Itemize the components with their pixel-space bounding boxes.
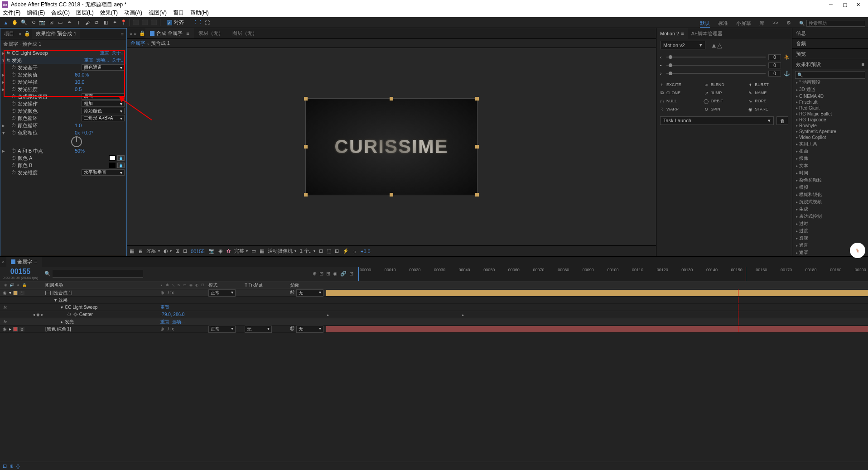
preset-category[interactable]: ▸扭曲 [795, 148, 865, 155]
status-icon[interactable]: ⊡ [3, 463, 7, 469]
layer-tab[interactable]: 图层（无） [228, 28, 262, 38]
reset-link[interactable]: 重置 [100, 50, 109, 56]
workspace-library[interactable]: 库 [759, 20, 764, 28]
lock-col-icon[interactable]: 🔒 [22, 283, 27, 288]
preset-category[interactable]: ▸表达式控制 [795, 213, 865, 220]
zoom-dropdown[interactable]: 25% [146, 249, 160, 254]
time-ruler[interactable]: 0000000010000200003000040000500006000070… [358, 267, 868, 281]
menu-edit[interactable]: 编辑(E) [27, 9, 45, 17]
layer-bar[interactable] [326, 290, 868, 296]
menu-effect[interactable]: 效果(T) [100, 9, 118, 17]
stopwatch-icon[interactable]: ⏱ [11, 123, 17, 128]
preset-search[interactable]: 🔍 [795, 71, 865, 79]
handle-bc[interactable] [390, 193, 393, 197]
color-loop-dropdown[interactable]: 三角形 A>B>A▾ [82, 115, 125, 121]
menu-layer[interactable]: 图层(L) [76, 9, 94, 17]
lock-icon[interactable]: 🔒 [24, 31, 30, 37]
bc-precomp[interactable]: 预合成 1 [151, 40, 170, 47]
world-axis-icon[interactable]: ⬛ [141, 19, 149, 27]
preset-category[interactable]: ▸透视 [795, 235, 865, 242]
timeline-search-input[interactable] [53, 270, 143, 278]
preset-category[interactable]: ▸过渡 [795, 227, 865, 235]
workspace-standard[interactable]: 标准 [718, 20, 728, 28]
handle-tr[interactable] [475, 97, 479, 101]
eye-icon[interactable]: ◉ [3, 326, 7, 331]
selection-tool-icon[interactable]: ▲ [2, 19, 10, 27]
warp-button[interactable]: ⌇WARP [659, 106, 701, 112]
panel-menu-icon[interactable]: ≡ [118, 31, 126, 37]
comp-tab[interactable]: 合成 金属字≡ [145, 28, 193, 38]
preset-category[interactable]: ▸模拟 [795, 184, 865, 191]
preset-category[interactable]: ▸RG Magic Bullet [795, 111, 865, 117]
tl-tool-icon[interactable]: ⊞ [326, 271, 330, 277]
audio-col-icon[interactable]: 🔊 [9, 283, 14, 288]
trkmat-dropdown[interactable]: 无▾ [245, 326, 272, 333]
handle-mr[interactable] [475, 145, 479, 149]
motion-preset-dropdown[interactable]: Motion v2▾ [660, 41, 705, 49]
preset-category[interactable]: ▸Red Giant [795, 105, 865, 111]
layer-row-2[interactable]: ◉▸2 [黑色 纯色 1] ⊕ / fx 正常▾ 无▾ @无▾ [0, 326, 868, 333]
handle-bl[interactable] [304, 193, 308, 197]
preset-category[interactable]: ▸Frischluft [795, 99, 865, 105]
motion-slider-mid[interactable]: •0 [660, 61, 788, 69]
canvas[interactable]: CURISSIME [305, 98, 477, 195]
fx-cc-light-sweep-header[interactable]: ▸ fx CC Light Sweep 重置 关于... [0, 49, 126, 57]
menu-composition[interactable]: 合成(C) [51, 9, 70, 17]
menu-view[interactable]: 视图(V) [149, 9, 167, 17]
footage-tab[interactable]: 素材（无） [194, 28, 228, 38]
stopwatch-icon[interactable]: ⏱ [11, 130, 17, 135]
workspace-settings-icon[interactable]: ⚙ [786, 20, 791, 28]
snapshot-icon[interactable]: 📷 [208, 248, 215, 254]
rect-tool-icon[interactable]: ▭ [56, 19, 64, 27]
3d-icon[interactable]: ⬚ [327, 248, 331, 254]
tl-tool-icon[interactable]: ⊡ [349, 271, 353, 277]
keyframe-icon[interactable]: ⬥ [462, 312, 464, 317]
blend-mode-dropdown[interactable]: 正常▾ [208, 289, 236, 297]
resolution-dropdown[interactable]: 完整 [234, 248, 248, 254]
fast-preview-icon[interactable]: ⚡ [342, 248, 349, 254]
layer-color-swatch[interactable] [13, 291, 18, 295]
preset-category[interactable]: ▸沉浸式视频 [795, 198, 865, 206]
lock-icon[interactable]: 🔒 [139, 30, 145, 36]
color-b-swatch[interactable] [109, 163, 116, 168]
reset-link[interactable]: 重置 [84, 57, 93, 63]
preset-category[interactable]: ▸过时 [795, 220, 865, 227]
current-time[interactable]: 00155 0:00:05:05 (25.00 fps) [0, 268, 41, 280]
options-link[interactable]: 选项... [96, 57, 109, 63]
clone-tool-icon[interactable]: ⧉ [92, 19, 101, 27]
grid-icon[interactable]: ⊞ [175, 248, 179, 254]
stopwatch-icon[interactable]: ⏱ [11, 94, 17, 99]
preset-category[interactable]: ▸报像 [795, 155, 865, 162]
glow-radius-value[interactable]: 10.0 [75, 79, 125, 85]
preset-category[interactable]: ▸Synthetic Aperture [795, 129, 865, 134]
parent-dropdown[interactable]: 无▾ [296, 326, 323, 333]
pixel-icon[interactable]: ⊞ [335, 248, 339, 254]
mesh-icon[interactable]: ⋮⋮ [194, 19, 202, 27]
info-panel-header[interactable]: 信息 [792, 28, 868, 38]
menu-file[interactable]: 文件(F) [3, 9, 20, 17]
local-axis-icon[interactable]: ⬛ [132, 19, 140, 27]
preset-category[interactable]: ▸Rowbyte [795, 123, 865, 129]
glow-color-dropdown[interactable]: 原始颜色▾ [82, 108, 125, 114]
glow-threshold-value[interactable]: 60.0% [75, 72, 125, 77]
workspace-default[interactable]: 默认 [700, 20, 710, 28]
glow-based-on-dropdown[interactable]: 颜色通道▾ [82, 64, 125, 71]
tl-tool-icon[interactable]: ⊡ [319, 271, 323, 277]
timecode-display[interactable]: 00155 [191, 249, 205, 254]
channel-icon[interactable]: ◉ [218, 248, 223, 254]
transparency-icon[interactable]: ▦ [260, 248, 264, 254]
res-half-icon[interactable]: ◐ [164, 248, 172, 254]
preset-category[interactable]: ▸3D 通道 [795, 86, 865, 93]
script-manager-tab[interactable]: AE脚本管理器 [688, 28, 727, 39]
workspace-more[interactable]: >> [772, 20, 778, 28]
preset-category[interactable]: ▸文本 [795, 162, 865, 169]
menu-help[interactable]: 帮助(H) [190, 9, 209, 17]
layer-fx-center[interactable]: ◂ ◆ ▸ ⏱ ⌖ Center -79.0, 286.0 ⬥⬥ [0, 311, 868, 318]
eyedropper-icon[interactable]: 💧 [117, 163, 125, 168]
close-button[interactable]: ✕ [856, 2, 862, 7]
exposure-value[interactable]: +0.0 [361, 249, 371, 254]
status-icon[interactable]: {} [16, 464, 19, 469]
stopwatch-icon[interactable]: ⏱ [11, 86, 17, 92]
stopwatch-icon[interactable]: ⏱ [11, 65, 17, 70]
timeline-comp-tab[interactable]: 金属字≡ [6, 257, 41, 267]
